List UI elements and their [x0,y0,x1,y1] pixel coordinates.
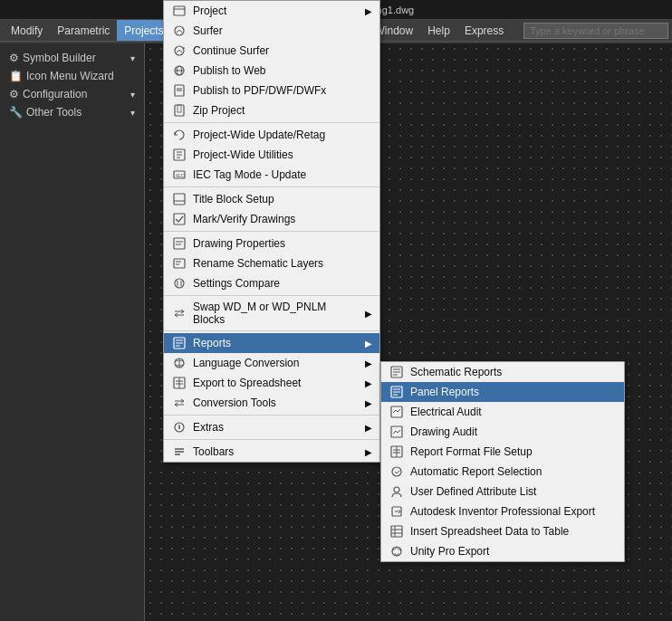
language-arrow: ▶ [365,358,372,368]
submenu-electrical-audit[interactable]: Electrical Audit [381,402,624,422]
svg-point-61 [392,467,401,476]
menu-surfer[interactable]: Surfer [164,21,379,41]
side-panel-configuration[interactable]: ⚙ Configuration ▾ [4,85,140,103]
submenu-schematic-reports[interactable]: Schematic Reports [381,362,624,382]
submenu-insert-spreadsheet[interactable]: Insert Spreadsheet Data to Table [381,521,624,541]
utilities-icon [171,148,187,162]
side-panel: ⚙ Symbol Builder ▾ 📋 Icon Menu Wizard ⚙ … [0,43,145,621]
symbol-builder-icon: ⚙ [9,52,19,64]
schematic-reports-icon [389,365,405,379]
swap-arrow: ▶ [365,309,372,319]
menu-item-parametric[interactable]: Parametric [50,20,117,41]
extras-arrow: ▶ [365,423,372,433]
mark-verify-icon [171,212,187,226]
electrical-audit-icon [389,405,405,419]
side-panel-other-tools[interactable]: 🔧 Other Tools ▾ [4,103,140,121]
projects-dropdown: Project ▶ Surfer Continue Surfer Publish… [163,0,380,463]
side-panel-symbol-builder[interactable]: ⚙ Symbol Builder ▾ [4,49,140,67]
menu-publish-web[interactable]: Publish to Web [164,61,379,81]
other-tools-icon: 🔧 [9,106,23,119]
separator-6 [164,415,379,416]
project-icon [171,4,187,18]
menu-settings-compare[interactable]: Settings Compare [164,273,379,293]
continue-surfer-icon [171,43,187,58]
separator-7 [164,439,379,440]
search-input[interactable] [523,23,668,39]
submenu-user-attribute[interactable]: User Defined Attribute List [381,482,624,502]
toolbars-arrow: ▶ [365,447,372,457]
menu-swap-blocks[interactable]: Swap WD_M or WD_PNLM Blocks ▶ [164,298,379,329]
other-tools-arrow[interactable]: ▾ [130,108,135,118]
svg-rect-11 [175,105,184,116]
menu-continue-surfer[interactable]: Continue Surfer [164,41,379,61]
menu-drawing-properties[interactable]: Drawing Properties [164,234,379,253]
submenu-unity-pro-export[interactable]: Unity Pro Export [381,541,624,561]
svg-rect-25 [174,259,185,268]
panel-reports-icon [389,385,405,399]
project-arrow: ▶ [365,6,372,16]
menu-project[interactable]: Project ▶ [164,1,379,21]
symbol-builder-arrow[interactable]: ▾ [130,53,135,63]
menu-rename-layers[interactable]: Rename Schematic Layers [164,253,379,273]
separator-2 [164,186,379,187]
svg-rect-12 [178,105,181,112]
menu-utilities[interactable]: Project-Wide Utilities [164,145,379,165]
svg-point-43 [178,424,179,425]
submenu-drawing-audit[interactable]: Drawing Audit [381,422,624,442]
drawing-props-icon [171,236,187,251]
menu-conversion-tools[interactable]: Conversion Tools ▶ [164,393,379,413]
update-icon [171,128,187,142]
reports-icon [171,336,187,350]
conversion-icon [171,396,187,410]
reports-arrow: ▶ [365,339,372,349]
language-icon [171,356,187,370]
user-attribute-icon [389,484,405,499]
side-panel-icon-menu[interactable]: 📋 Icon Menu Wizard [4,67,140,85]
svg-rect-19 [174,194,185,205]
inventor-export-icon [389,504,405,519]
menu-item-help[interactable]: Help [420,20,457,41]
menu-item-modify[interactable]: Modify [4,20,50,41]
iec-icon: IEC [171,167,187,182]
zip-icon [171,103,187,118]
svg-text:IEC: IEC [176,173,186,178]
extras-icon [171,420,187,435]
insert-spreadsheet-icon [389,524,405,539]
separator-3 [164,231,379,232]
menu-mark-verify[interactable]: Mark/Verify Drawings [164,209,379,229]
rename-icon [171,256,187,271]
toolbars-icon [171,444,187,459]
submenu-inventor-export[interactable]: Autodesk Inventor Professional Export [381,502,624,521]
menu-language-conversion[interactable]: Language Conversion ▶ [164,353,379,373]
publish-web-icon [171,63,187,78]
submenu-panel-reports[interactable]: Panel Reports [381,382,624,402]
menu-iec-tag[interactable]: IEC IEC Tag Mode - Update [164,165,379,185]
svg-point-62 [394,487,399,492]
separator-4 [164,295,379,296]
conversion-tools-arrow: ▶ [365,398,372,408]
settings-compare-icon [171,276,187,291]
submenu-auto-report[interactable]: Automatic Report Selection [381,462,624,482]
menu-zip-project[interactable]: Zip Project [164,100,379,120]
report-format-icon [389,444,405,459]
menu-toolbars[interactable]: Toolbars ▶ [164,442,379,462]
menu-publish-pdf[interactable]: Publish to PDF/DWF/DWFx [164,81,379,100]
configuration-arrow[interactable]: ▾ [130,90,135,100]
menu-update-retag[interactable]: Project-Wide Update/Retag [164,125,379,145]
svg-rect-0 [174,6,185,15]
title-block-icon [171,192,187,206]
menu-item-express[interactable]: Express [457,20,511,41]
separator-1 [164,122,379,123]
menu-extras[interactable]: Extras ▶ [164,417,379,437]
svg-rect-21 [174,214,185,225]
svg-rect-22 [174,238,185,249]
menu-title-block[interactable]: Title Block Setup [164,189,379,209]
swap-icon [171,306,187,320]
publish-pdf-icon [171,83,187,98]
submenu-report-format[interactable]: Report Format File Setup [381,442,624,462]
separator-5 [164,330,379,331]
menu-reports[interactable]: Reports ▶ [164,333,379,353]
icon-menu-icon: 📋 [9,70,23,82]
export-icon [171,376,187,390]
menu-export-spreadsheet[interactable]: Export to Spreadsheet ▶ [164,373,379,393]
